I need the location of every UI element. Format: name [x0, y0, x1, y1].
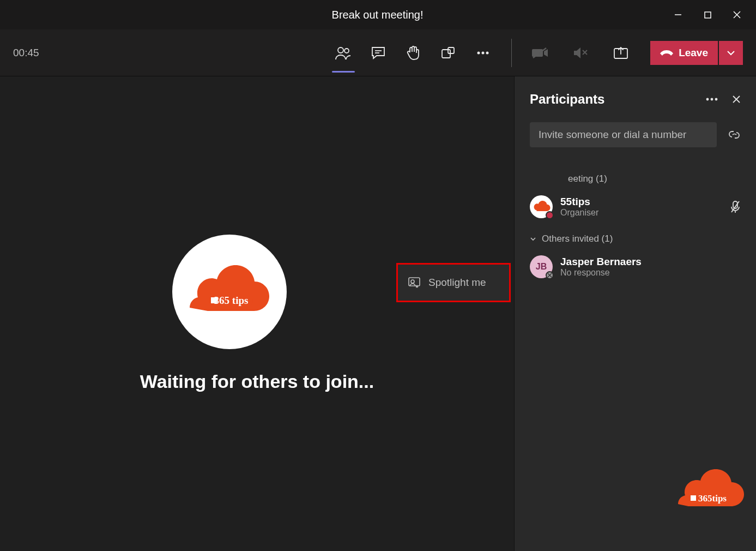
avatar	[530, 195, 553, 218]
section-others-invited[interactable]: Others invited (1)	[530, 233, 741, 244]
camera-off-icon	[532, 47, 548, 59]
close-button[interactable]	[722, 4, 752, 26]
hand-icon	[407, 45, 420, 61]
cloud-logo-icon: 365 tips	[189, 265, 270, 319]
svg-rect-1	[705, 12, 711, 18]
window-title: Break out meeting!	[92, 9, 663, 21]
watermark: 365tips	[673, 469, 744, 513]
camera-button[interactable]	[523, 37, 558, 69]
chat-button[interactable]	[361, 37, 396, 69]
share-screen-icon	[613, 46, 628, 59]
svg-rect-31	[691, 495, 696, 501]
participant-name: 55tips	[560, 196, 598, 208]
more-icon	[706, 98, 718, 101]
section-label: eeting (1)	[568, 173, 607, 184]
watermark-text: 365tips	[698, 493, 727, 504]
copy-link-button[interactable]	[728, 129, 741, 140]
leave-group: Leave	[650, 41, 743, 65]
chat-icon	[371, 46, 385, 59]
maximize-button[interactable]	[693, 4, 722, 26]
more-icon	[476, 51, 489, 55]
meeting-toolbar: 00:45	[0, 29, 756, 76]
chevron-down-icon	[530, 236, 536, 242]
waiting-text: Waiting for others to join...	[0, 371, 514, 392]
participant-role: Organiser	[560, 208, 598, 218]
link-icon	[728, 129, 741, 140]
context-menu[interactable]: Spotlight me	[396, 263, 511, 302]
svg-point-12	[486, 51, 489, 54]
participants-panel: Participants Invite someone or dial a nu…	[514, 76, 756, 551]
panel-close-button[interactable]	[732, 95, 741, 104]
presence-away-icon	[546, 271, 554, 279]
leave-label: Leave	[679, 47, 708, 59]
participants-button[interactable]	[326, 37, 361, 69]
svg-point-11	[482, 51, 485, 54]
mic-muted-icon	[730, 200, 741, 213]
call-timer: 00:45	[13, 47, 39, 59]
close-icon	[732, 95, 741, 104]
invite-input[interactable]: Invite someone or dial a number	[530, 122, 717, 147]
breakout-rooms-button[interactable]	[431, 37, 465, 69]
maximize-icon	[704, 11, 711, 19]
svg-rect-9	[448, 47, 454, 53]
svg-point-23	[715, 98, 718, 101]
rooms-icon	[441, 46, 455, 59]
more-actions-button[interactable]	[465, 37, 500, 69]
self-avatar: 365 tips	[172, 235, 287, 349]
raise-hand-button[interactable]	[396, 37, 431, 69]
panel-title: Participants	[530, 92, 604, 107]
svg-point-21	[706, 98, 709, 101]
participant-row[interactable]: JB Jasper Bernaers No response	[530, 251, 741, 287]
close-icon	[733, 11, 741, 19]
invite-row: Invite someone or dial a number	[530, 122, 741, 147]
participant-row[interactable]: 55tips Organiser	[530, 191, 741, 227]
participant-name: Jasper Bernaers	[560, 256, 642, 268]
minimize-button[interactable]	[663, 4, 693, 26]
participant-role: No response	[560, 268, 642, 278]
speaker-off-icon	[573, 46, 588, 60]
titlebar: Break out meeting!	[0, 0, 756, 29]
section-label: Others invited (1)	[542, 233, 613, 244]
cloud-logo-icon: 365tips	[673, 469, 744, 513]
leave-button[interactable]: Leave	[650, 41, 718, 65]
presence-busy-icon	[546, 211, 554, 219]
panel-header: Participants	[530, 92, 741, 107]
section-in-meeting[interactable]: eeting (1)	[530, 173, 741, 184]
avatar-initials: JB	[536, 262, 547, 272]
toolbar-icons	[326, 37, 500, 69]
svg-point-22	[711, 98, 713, 101]
svg-point-4	[338, 47, 343, 53]
people-icon	[335, 46, 352, 60]
panel-more-button[interactable]	[706, 98, 718, 101]
mic-button[interactable]	[563, 37, 598, 69]
svg-point-5	[344, 49, 349, 53]
avatar: JB	[530, 255, 553, 278]
leave-more-button[interactable]	[719, 41, 743, 65]
window-controls	[663, 4, 752, 26]
meeting-stage: 365 tips Waiting for others to join... S…	[0, 76, 514, 551]
svg-rect-18	[211, 297, 217, 303]
invite-placeholder: Invite someone or dial a number	[539, 129, 686, 141]
chevron-down-icon	[727, 50, 735, 56]
body: 365 tips Waiting for others to join... S…	[0, 76, 756, 551]
svg-point-20	[411, 280, 414, 283]
hangup-icon	[660, 48, 673, 58]
spotlight-icon	[408, 277, 421, 289]
minimize-icon	[674, 11, 682, 19]
svg-point-10	[477, 51, 480, 54]
share-button[interactable]	[603, 37, 638, 69]
spotlight-label: Spotlight me	[428, 277, 486, 289]
logo-text: 365 tips	[214, 295, 249, 306]
app-window: Break out meeting! 00:45	[0, 0, 756, 551]
toolbar-divider	[511, 39, 512, 67]
